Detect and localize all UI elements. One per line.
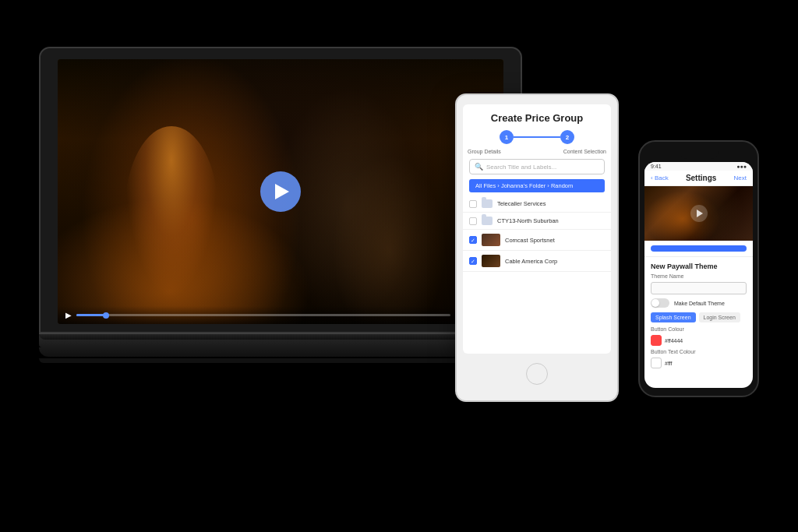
breadcrumb-text: All Files › Johanna's Folder › Random [475, 182, 573, 189]
laptop-screen: ▶ 0:06 🔊 ⛶ [58, 59, 503, 324]
button-text-color-swatch[interactable] [651, 358, 662, 368]
phone-button-tabs: Splash Screen Login Screen [644, 310, 753, 325]
checkbox-4[interactable]: ✓ [469, 257, 477, 265]
login-screen-tab[interactable]: Login Screen [699, 312, 740, 322]
progress-fill [76, 314, 106, 316]
phone-play-button[interactable] [690, 205, 708, 222]
button-text-color-value: #fff [665, 361, 672, 366]
folder-icon-2 [482, 217, 493, 225]
phone-time: 9:41 [651, 164, 662, 169]
video-background: ▶ 0:06 🔊 ⛶ [58, 59, 503, 324]
file-row-3[interactable]: ✓ Comcast Sportsnet [463, 230, 611, 251]
step-1-circle: 1 [500, 130, 514, 144]
laptop-stand [39, 347, 522, 357]
progress-dot [103, 312, 109, 319]
button-color-value: #ff4444 [665, 338, 683, 344]
tablet-title: Create Price Group [463, 104, 611, 127]
video-controls: ▶ 0:06 🔊 ⛶ [58, 306, 503, 324]
phone-signal: ●●● [736, 164, 747, 169]
default-toggle-label: Make Default Theme [674, 301, 725, 306]
laptop: ▶ 0:06 🔊 ⛶ [39, 47, 522, 363]
tablet-steps: 1 2 [463, 127, 611, 149]
search-row[interactable]: 🔍 Search Title and Labels... [469, 159, 605, 174]
play-icon [275, 184, 289, 199]
tablet-home-button[interactable] [526, 363, 548, 385]
step-2-circle: 2 [560, 130, 574, 144]
default-toggle[interactable] [651, 298, 669, 308]
file-name-2: CTY13-North Suburban [497, 217, 605, 224]
tablet: Create Price Group 1 2 Group Details Con… [455, 93, 619, 402]
theme-name-input[interactable] [651, 282, 747, 294]
tablet-screen: Create Price Group 1 2 Group Details Con… [463, 104, 611, 354]
theme-name-label: Theme Name [644, 272, 753, 280]
file-row-4[interactable]: ✓ Cable America Corp [463, 251, 611, 272]
checkbox-1[interactable] [469, 200, 477, 208]
file-thumb-4 [482, 255, 500, 267]
phone-action-button[interactable] [651, 245, 747, 252]
button-color-row: #ff4444 [644, 333, 753, 347]
phone-bezel: 9:41 ●●● ‹ Back Settings Next New [638, 140, 759, 397]
laptop-bottom-bar [39, 358, 522, 363]
checkbox-2[interactable] [469, 217, 477, 225]
phone-status-bar: 9:41 ●●● [644, 162, 753, 171]
phone-play-icon [697, 210, 703, 217]
laptop-base [39, 333, 522, 347]
phone-back-button[interactable]: ‹ Back [651, 174, 669, 181]
folder-icon-1 [482, 199, 493, 208]
button-color-swatch[interactable] [651, 335, 662, 346]
phone-next-button[interactable]: Next [734, 174, 747, 181]
default-toggle-row: Make Default Theme [644, 296, 753, 310]
phone-video-thumbnail [644, 186, 753, 241]
phone-screen: 9:41 ●●● ‹ Back Settings Next New [644, 162, 753, 388]
step-2-label: Content Selection [563, 149, 606, 154]
button-color-label: Button Colour [644, 325, 753, 333]
laptop-foot [39, 333, 522, 340]
play-button[interactable] [260, 171, 301, 212]
toggle-knob [651, 299, 659, 307]
button-text-color-label: Button Text Colour [644, 347, 753, 356]
file-name-1: Telecaller Services [497, 200, 605, 207]
phone: 9:41 ●●● ‹ Back Settings Next New [638, 140, 759, 397]
file-row-1[interactable]: Telecaller Services [463, 196, 611, 213]
tablet-bezel: Create Price Group 1 2 Group Details Con… [455, 93, 619, 402]
file-name-3: Comcast Sportsnet [505, 237, 605, 244]
search-icon: 🔍 [475, 163, 483, 171]
divider-1 [644, 256, 753, 257]
breadcrumb-row[interactable]: All Files › Johanna's Folder › Random [469, 179, 605, 192]
file-row-2[interactable]: CTY13-North Suburban [463, 213, 611, 230]
step-1-label: Group Details [468, 149, 501, 154]
step-labels: Group Details Content Selection [463, 149, 611, 159]
search-placeholder: Search Title and Labels... [486, 164, 556, 171]
laptop-bezel: ▶ 0:06 🔊 ⛶ [39, 47, 522, 333]
play-control-icon[interactable]: ▶ [65, 311, 72, 319]
progress-bar[interactable] [76, 314, 450, 316]
step-line [514, 136, 560, 138]
phone-notch [680, 150, 719, 159]
phone-nav-bar: ‹ Back Settings Next [644, 171, 753, 186]
file-thumb-3 [482, 234, 500, 246]
splash-screen-tab[interactable]: Splash Screen [651, 312, 696, 322]
button-text-color-row: #fff [644, 356, 753, 370]
file-name-4: Cable America Corp [505, 258, 605, 265]
phone-section-title: New Paywall Theme [644, 259, 753, 272]
phone-nav-title: Settings [686, 174, 716, 182]
checkbox-3[interactable]: ✓ [469, 236, 477, 244]
